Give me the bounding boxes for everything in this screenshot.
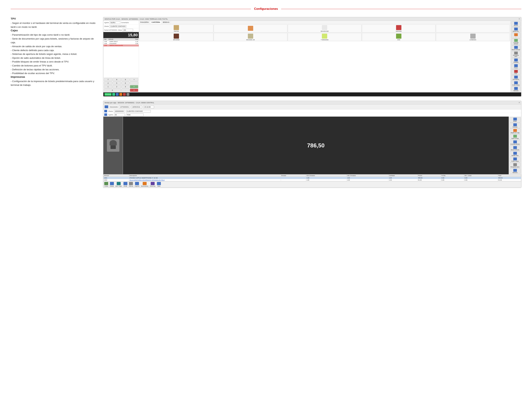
sidebar-btn-cantidad[interactable]: Cantidad xyxy=(511,58,521,63)
btn-vales[interactable]: Vales xyxy=(157,182,161,187)
lionesas-img xyxy=(470,34,476,39)
np-8[interactable]: 8 xyxy=(113,78,121,81)
cat-item-kiwi[interactable]: KIWI xyxy=(362,33,436,41)
cajas-bullet-1: - Serie de documentos por caja para tick… xyxy=(11,37,96,44)
doc-value: 16T0000001 xyxy=(119,106,130,108)
pos2-sidebar-facturas[interactable]: Facturas xyxy=(509,123,521,128)
table-row-0[interactable]: 1001 IPHONE 5 APPLE SMARTPHONE 4'' 16 GB… xyxy=(104,177,521,179)
sidebar-btn-buscar-fac[interactable]: Buscar fac. xyxy=(511,27,521,32)
btn-abrir-cajon[interactable]: Abrir Cajón xyxy=(115,182,122,187)
np-dot[interactable]: . xyxy=(121,89,130,92)
btn-estado[interactable]: Estado xyxy=(110,182,114,187)
pos2-close-button[interactable]: ✕ xyxy=(518,102,520,104)
cat-item-apple-label: T MANZANA xyxy=(321,39,328,41)
sidebar-btn-descripcion[interactable]: Descripción xyxy=(511,75,521,80)
sidebar-btn-buscar[interactable]: Buscar xyxy=(511,21,521,27)
cat-item-sugar[interactable]: SIN AZUCAR xyxy=(288,24,362,33)
info-icon xyxy=(514,33,518,36)
pizza-img xyxy=(248,26,253,31)
descripcion-icon xyxy=(514,76,518,78)
pos1-close-button[interactable]: ✕ xyxy=(518,18,520,20)
ticket-row-2[interactable]: 1,00 TARTA CHOCOLATE xyxy=(103,44,139,46)
cat-item-pizza[interactable] xyxy=(214,24,288,33)
np-3[interactable]: 3 xyxy=(121,85,130,88)
np-9[interactable]: 9 xyxy=(121,78,130,81)
pos2-bottom-bar: Cobrar Estado Abrir Cajón Dividir xyxy=(103,181,521,187)
page-title: Configuraciones xyxy=(251,7,281,11)
sidebar-btn-dto-lineas[interactable]: % Dto. líneas xyxy=(511,81,521,86)
tab-bebidas[interactable]: BEBIDAS xyxy=(162,21,171,24)
btn-dividir[interactable]: Dividir xyxy=(124,182,127,187)
sidebar-btn-memoria[interactable]: Memoria xyxy=(511,86,521,92)
cajas-bullet-5: - Opción de salto automático de línea de… xyxy=(11,56,96,60)
cajas-bullet-3: - Cliente defecto definido para cada caj… xyxy=(11,48,96,52)
cat-item-bread[interactable]: PASTAS xyxy=(140,24,213,33)
pos1-total-area: 15,80 xyxy=(103,32,139,38)
btn-imprimir[interactable]: Imprimir xyxy=(135,182,140,187)
pos2-sidebar-consulta[interactable]: Consulta artículo xyxy=(509,140,521,145)
cobrar-icon xyxy=(104,182,108,185)
pos2-sidebar-entrar[interactable]: Entrar xyxy=(509,117,521,122)
vales-label: Vales xyxy=(157,185,160,187)
btn-ultimos[interactable]: Últimos xyxy=(129,182,133,187)
np-0[interactable]: 0 xyxy=(104,89,121,92)
ticket-col-qty: Ctd. xyxy=(104,38,107,40)
sugar-img xyxy=(322,25,327,30)
ticket-row-0[interactable]: 1,00 CAFE SOLO 1,10 xyxy=(103,41,139,42)
row1-desc: SILLA GIRATORIA CON BRAZOS TAPIZADA EN T… xyxy=(129,179,281,181)
sidebar-btn-info[interactable]: i xyxy=(511,33,521,38)
np-1[interactable]: 1 xyxy=(104,85,112,88)
cat-item-lionesas[interactable]: LIONESAS xyxy=(436,33,510,41)
cat-item-brownie[interactable]: BROWNIE xyxy=(140,33,213,41)
mousse-img xyxy=(248,34,253,39)
sidebar-btn-dcto[interactable]: Dcto. xyxy=(511,69,521,75)
np-2[interactable]: 2 xyxy=(113,85,121,88)
pos1-title: VENTAS POR CAJA - SESION: 16T0000001 - C… xyxy=(104,18,168,20)
taskbar-icon-5[interactable] xyxy=(126,93,129,96)
np-plus[interactable]: + xyxy=(130,78,138,81)
pos2-sidebar-alquiler[interactable]: Alquiler de Caja xyxy=(509,128,521,134)
cat-item-xmas[interactable]: NAVIDAD xyxy=(362,24,436,33)
sidebar-btn-recuperar[interactable]: Recuperar peso xyxy=(511,51,521,58)
ticket-row-1-total: 1,50 xyxy=(133,43,138,44)
taskbar-icon-2[interactable] xyxy=(116,93,119,96)
pos2-sidebar-subir[interactable]: Subir la línea xyxy=(509,134,521,140)
np-4[interactable]: 4 xyxy=(104,82,112,85)
table-row-1[interactable]: 2002 SILLA GIRATORIA CON BRAZOS TAPIZADA… xyxy=(104,179,521,181)
sidebar-btn-consulta[interactable]: Consulta artículo xyxy=(511,38,521,45)
pos2-sidebar-buscar[interactable]: Buscar artículo xyxy=(509,146,521,151)
btn-movimientos[interactable]: Movimientos xyxy=(141,182,148,187)
cat-items-row1: PASTAS SIN AZUCAR NAVIDAD xyxy=(139,24,510,42)
taskbar-start[interactable]: Windows xyxy=(104,93,112,96)
np-clear[interactable]: C xyxy=(130,89,138,92)
taskbar-icon-1[interactable] xyxy=(112,93,115,96)
np-7[interactable]: 7 xyxy=(104,78,112,81)
ticket-row-2-total xyxy=(133,45,138,46)
pos2-sidebar-dto[interactable]: % Dto. líneas xyxy=(509,157,521,162)
sidebar-btn-buscar-fac-label: Buscar fac. xyxy=(513,31,519,32)
pos2-right-sidebar: Entrar Facturas Alquiler de Caja Su xyxy=(509,117,521,174)
sidebar-btn-buscar-art[interactable]: Buscar artículo xyxy=(511,45,521,51)
btn-cobrar[interactable]: Cobrar xyxy=(104,182,108,187)
tab-panaderia[interactable]: PANADERIA xyxy=(139,21,150,24)
np-5[interactable]: 5 xyxy=(113,82,121,85)
cat-item-apple[interactable]: T MANZANA xyxy=(288,33,362,41)
sidebar-btn-buscar-label: Buscar xyxy=(514,25,518,26)
pos2-main-area: 786,50 Entrar Facturas xyxy=(103,117,521,174)
consulta2-icon xyxy=(513,140,517,143)
btn-reservas[interactable]: Reservas xyxy=(150,182,156,187)
ticket-row-1[interactable]: 1,00 COLACAO 1,50 xyxy=(103,42,139,44)
pos2-sidebar-detalle[interactable]: Detalle línea xyxy=(509,151,521,157)
pos2-sidebar-recuperar[interactable]: Recuperar peso xyxy=(509,163,521,168)
tab-cafeteria[interactable]: CAFETERIA xyxy=(150,21,162,24)
pos1-numpad: 7 8 9 + 4 5 6 1 2 3 ↵ 0 xyxy=(103,77,139,92)
cat-item-mousse[interactable]: MOUSSE LIM xyxy=(214,33,288,41)
np-6[interactable]: 6 xyxy=(121,82,130,85)
taskbar-icon-3[interactable] xyxy=(119,93,122,96)
np-enter[interactable]: ↵ xyxy=(130,85,138,88)
row1-uds-env: 1.00 xyxy=(346,179,388,181)
pos2-sidebar-memoria[interactable]: Memoria xyxy=(509,168,521,174)
page-header: Configuraciones xyxy=(11,7,521,11)
taskbar-icon-4[interactable] xyxy=(123,93,126,96)
sidebar-btn-precio[interactable]: Precio xyxy=(511,64,521,69)
